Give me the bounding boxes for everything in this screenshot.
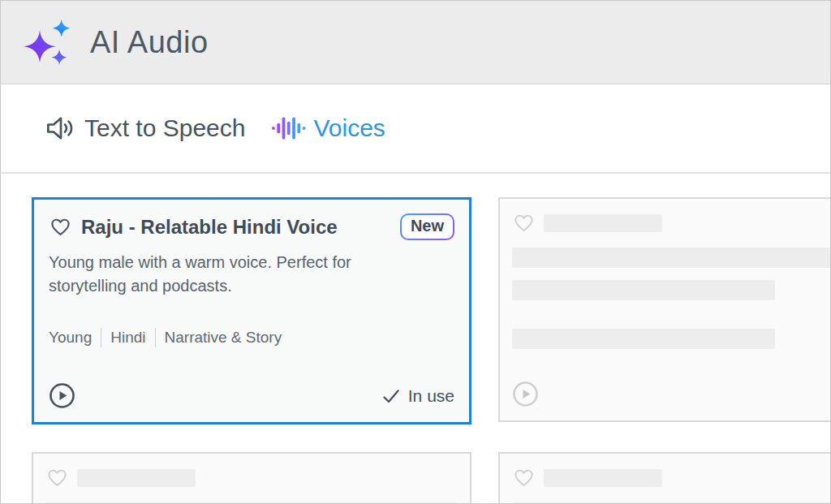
new-badge-label: New xyxy=(402,215,453,239)
voice-card-placeholder[interactable] xyxy=(498,452,831,504)
voice-title: Raju - Relatable Hindi Voice xyxy=(81,216,400,239)
skeleton-text-bar xyxy=(512,280,775,300)
sparkles-icon xyxy=(24,16,75,68)
tab-voices-label: Voices xyxy=(313,114,385,142)
skeleton-text-bar xyxy=(512,248,831,268)
placeholder-header xyxy=(45,467,458,489)
in-use-status: In use xyxy=(381,386,454,406)
voice-card-raju[interactable]: Raju - Relatable Hindi Voice New Young m… xyxy=(32,197,471,424)
tag-separator xyxy=(155,328,156,347)
skeleton-title-bar xyxy=(77,469,196,487)
voice-card-placeholder[interactable] xyxy=(32,452,471,504)
skeleton-title-bar xyxy=(544,214,662,232)
tab-text-to-speech[interactable]: Text to Speech xyxy=(45,114,245,142)
app-header: AI Audio xyxy=(1,1,830,84)
skeleton-text-bar xyxy=(512,329,775,349)
voices-grid: Raju - Relatable Hindi Voice New Young m… xyxy=(1,174,830,504)
play-button[interactable] xyxy=(512,381,539,407)
heart-icon[interactable] xyxy=(49,216,72,238)
new-badge: New xyxy=(400,213,454,240)
tag-separator xyxy=(101,328,101,347)
tag-language: Hindi xyxy=(110,329,145,347)
placeholder-header xyxy=(512,212,831,234)
placeholder-footer xyxy=(512,381,831,407)
toolbar: Text to Speech Voices xyxy=(1,84,830,174)
check-icon xyxy=(381,386,402,406)
placeholder-header xyxy=(512,467,831,489)
play-button[interactable] xyxy=(49,382,75,409)
voice-description: Young male with a warm voice. Perfect fo… xyxy=(49,251,416,298)
in-use-label: In use xyxy=(408,386,454,406)
heart-icon xyxy=(512,467,536,489)
tag-age: Young xyxy=(49,329,92,347)
play-circle-icon xyxy=(512,381,539,407)
speaker-icon xyxy=(45,114,76,142)
play-circle-icon xyxy=(49,382,75,409)
heart-icon xyxy=(45,467,69,489)
ai-audio-window: AI Audio Text to Speech Voices xyxy=(0,0,831,504)
heart-icon xyxy=(512,212,536,234)
tab-text-to-speech-label: Text to Speech xyxy=(84,114,245,142)
voice-card-placeholder[interactable] xyxy=(498,197,831,422)
tag-usecase: Narrative & Story xyxy=(165,329,282,347)
voice-card-header: Raju - Relatable Hindi Voice New xyxy=(49,213,454,240)
page-title: AI Audio xyxy=(90,25,209,60)
skeleton-title-bar xyxy=(544,469,662,487)
voice-card-footer: In use xyxy=(49,382,454,409)
waveform-icon xyxy=(271,112,308,144)
tab-voices[interactable]: Voices xyxy=(271,112,385,144)
voice-tags: Young Hindi Narrative & Story xyxy=(49,328,454,347)
